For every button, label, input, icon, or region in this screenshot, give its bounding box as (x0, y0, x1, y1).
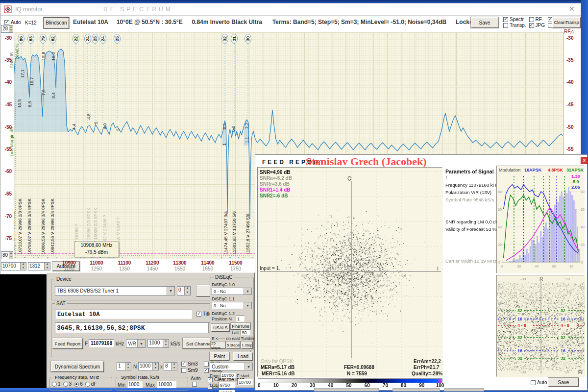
freq-step-radio-dF[interactable]: dF (85, 381, 97, 387)
radio-circle[interactable] (52, 382, 57, 387)
scale-spinner-arrows[interactable]: ▲▼ (9, 25, 13, 32)
noise-box[interactable]: ✓ (204, 368, 209, 373)
title-checkbox-box[interactable]: ✓ (196, 312, 201, 317)
chevron-down-icon[interactable]: ▼ (244, 302, 251, 309)
checkbox-box[interactable] (529, 17, 534, 22)
step1-button[interactable]: 1 step (241, 342, 253, 349)
freq-step-radio-6[interactable]: 6 (74, 381, 83, 387)
chevron-down-icon[interactable]: ▼ (167, 287, 174, 295)
toolbar-check-column: ✓SpectrTransp. (503, 17, 526, 28)
finetune-button[interactable]: FineTune (231, 323, 250, 330)
position-field[interactable]: 1 (236, 316, 245, 322)
phase-auto-checkbox[interactable]: Auto (531, 380, 547, 385)
steps5-button[interactable]: 5 steps (226, 342, 240, 349)
scrollbar-segment[interactable] (392, 388, 440, 392)
n2-spinner[interactable]: 1000 ▲▼ (138, 362, 159, 370)
close-icon[interactable]: x (581, 157, 588, 164)
checkbox-box[interactable]: ✓ (529, 23, 534, 28)
lo2-field[interactable]: 10600 (219, 390, 235, 392)
n2-arrows[interactable]: ▲▼ (152, 363, 158, 370)
sm3-checkbox[interactable]: ✓Sm3 (181, 361, 198, 367)
freq-spinner[interactable]: 10700 ▲▼ (1, 262, 26, 270)
toolbar-checkbox-jpg[interactable]: ✓JPG (529, 23, 545, 28)
span-spinner-arrows[interactable]: ▲▼ (44, 263, 50, 270)
n1-spinner[interactable]: 1 ▲▼ (117, 362, 131, 370)
phase-save-button[interactable]: Save (548, 378, 579, 387)
blindscan-button[interactable]: Blindscan (44, 17, 69, 28)
sm9-box[interactable] (181, 368, 186, 373)
checkbox-box[interactable]: ✓ (503, 17, 508, 22)
paint-button[interactable]: Paint (210, 352, 229, 361)
symbolrate-value[interactable]: 1000 (148, 340, 163, 347)
calibr-box[interactable] (204, 362, 209, 367)
constellation-panel[interactable]: SNR=4,96 dBSNRa=-6.2 dBSNRr=3,6 dBSNR1=1… (257, 167, 442, 377)
n1-value[interactable]: 1 (117, 363, 125, 370)
tuner-select[interactable]: TBS 6908 DVBS/S2 Tuner 1 ▼ (55, 286, 175, 295)
radio-circle[interactable] (85, 382, 90, 387)
load-button[interactable]: Load (233, 352, 253, 361)
radio-circle[interactable] (74, 382, 79, 387)
custom-select[interactable]: Custom▼ (210, 363, 253, 370)
feed-report-button[interactable]: Feed Report (52, 338, 83, 349)
toolbar-checkbox-spectr[interactable]: ✓Spectr (503, 17, 526, 22)
modulation-chart-panel[interactable]: 8080606040402020Modulation:16APSK4.8PSK3… (496, 166, 585, 273)
span-spinner-value[interactable]: 1312 (28, 263, 44, 270)
checkbox-box[interactable] (503, 23, 508, 28)
frequency-field[interactable]: 11079168 (89, 339, 114, 347)
steps25-button[interactable]: 25 steps (211, 342, 225, 349)
phase-panel[interactable]: 323216164 - 84 - 8323216163232-9090R-900… (496, 275, 585, 377)
toolbar-checkbox-transp[interactable]: Transp. (503, 23, 526, 28)
channel-select[interactable]: 3645,R,16130,56,S2;8PSK ▼ (55, 322, 217, 333)
sat-name-field[interactable]: Eutelsat 10A (55, 310, 192, 319)
freq-step-radio-3[interactable]: 3 (63, 381, 72, 387)
dynamical-spectrum-button[interactable]: Dynamical Spectrum (51, 361, 104, 372)
diseqc11-select[interactable]: 0 - No▼ (212, 302, 252, 309)
level-spinner-arrows[interactable]: ▲▼ (9, 252, 13, 259)
symbolrate-arrows[interactable]: ▲▼ (163, 340, 169, 347)
n2-value[interactable]: 1000 (139, 363, 152, 370)
titlebar[interactable]: IQ monitor RF SPECTRUM ✕ (0, 3, 581, 15)
level-spinner[interactable]: 80 ▲▼ (1, 251, 13, 259)
save-button[interactable]: Save (471, 17, 498, 28)
toolbar-checkbox-rf[interactable]: RF (529, 17, 545, 22)
freq-spinner-value[interactable]: 10700 (1, 263, 20, 270)
scale-spinner-value[interactable]: 28 (1, 25, 9, 32)
diseqc10-select[interactable]: 0 - No▼ (212, 288, 252, 295)
span-spinner[interactable]: 1312 ▲▼ (28, 262, 50, 270)
lo1-field[interactable]: 9750 (219, 382, 235, 388)
tuner-index-value[interactable]: 0 (177, 287, 184, 295)
n1-arrows[interactable]: ▲▼ (125, 363, 131, 370)
auto-sr-checkbox[interactable] (192, 382, 197, 387)
fmin-field[interactable]: 10700 (220, 372, 236, 378)
level-spinner-value[interactable]: 80 (1, 252, 9, 259)
n3-value[interactable]: 8 (164, 363, 171, 370)
scrollbar-segment[interactable] (444, 388, 484, 392)
chevron-down-icon[interactable]: ▼ (244, 288, 251, 294)
cleantransp-button[interactable]: CleanTransp (552, 17, 581, 28)
scrollbar-segment[interactable] (314, 388, 379, 392)
close-icon[interactable]: ✕ (569, 5, 575, 13)
freq-step-radio-1[interactable]: 1 (52, 381, 61, 387)
auto-checkbox-box[interactable]: ✓ (4, 20, 9, 25)
sm3-box[interactable]: ✓ (181, 362, 186, 367)
chevron-down-icon[interactable]: ▼ (137, 340, 145, 347)
n3-arrows[interactable]: ▲▼ (171, 363, 177, 370)
tuner-index-arrows[interactable]: ▲▼ (184, 287, 190, 295)
freq-spinner-arrows[interactable]: ▲▼ (20, 263, 26, 270)
latt-field[interactable]: 50 (241, 329, 250, 335)
sm9-checkbox[interactable]: Sm9 (181, 368, 198, 373)
min-field[interactable]: 1000 (127, 381, 143, 388)
radio-circle[interactable] (63, 382, 68, 387)
usals-button[interactable]: USALS (211, 324, 230, 332)
scale-spinner[interactable]: 28 ▲▼ (1, 25, 13, 33)
auto-checkbox[interactable]: ✓ Auto (4, 20, 21, 25)
max-field[interactable]: 10000 (157, 381, 176, 388)
n3-spinner[interactable]: 8 ▲▼ (164, 362, 177, 370)
polarization-select[interactable]: V/R ▼ (126, 339, 146, 348)
fstart-field[interactable]: 10700 (237, 379, 253, 385)
chevron-down-icon[interactable]: ▼ (245, 363, 252, 370)
tuner-index-spinner[interactable]: 0 ▲▼ (177, 286, 191, 295)
symbolrate-spinner[interactable]: 1000 ▲▼ (147, 339, 169, 348)
auto-sr-box[interactable] (192, 382, 197, 387)
phase-auto-box[interactable] (531, 380, 536, 385)
